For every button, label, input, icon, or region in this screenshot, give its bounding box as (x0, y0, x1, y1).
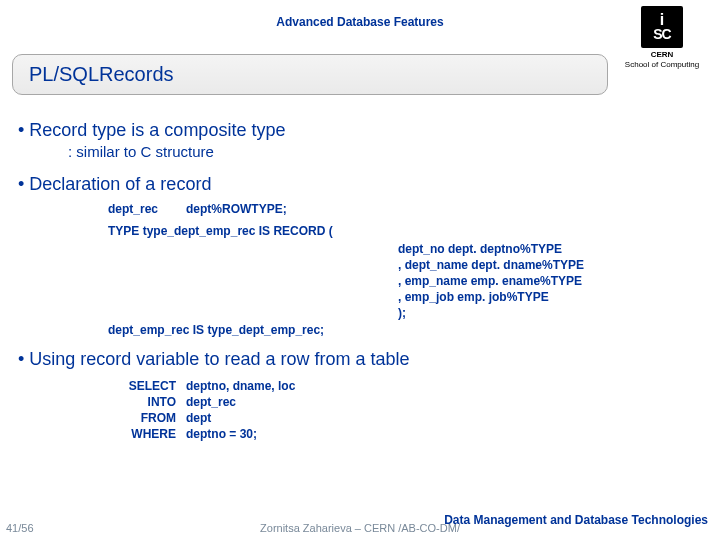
code-sql: SELECTdeptno, dname, loc INTOdept_rec FR… (108, 378, 702, 442)
field-2: , dept_name dept. dname%TYPE (398, 257, 702, 273)
sql-select: SELECTdeptno, dname, loc (108, 378, 702, 394)
sql-where: WHEREdeptno = 30; (108, 426, 702, 442)
page-number: 41/56 (6, 522, 34, 534)
logo-sc: SC (653, 27, 670, 41)
code-typedef: TYPE type_dept_emp_rec IS RECORD ( (108, 223, 702, 239)
field-4: , emp_job emp. job%TYPE (398, 289, 702, 305)
code-type: dept%ROWTYPE; (186, 201, 287, 217)
sql-into: INTOdept_rec (108, 394, 702, 410)
code-fields: dept_no dept. deptno%TYPE , dept_name de… (398, 241, 702, 321)
cern-logo: i SC CERN School of Computing (618, 6, 706, 70)
bullet-1-sub: : similar to C structure (68, 143, 702, 160)
header: Advanced Database Features i SC CERN Sch… (0, 0, 720, 110)
footer-topic: Data Management and Database Technologie… (444, 513, 708, 528)
bullet-1: • Record type is a composite type (18, 120, 702, 141)
slide-title: PL/SQLRecords (12, 54, 608, 95)
field-close: ); (398, 305, 702, 321)
section-label: Advanced Database Features (276, 15, 443, 29)
logo-brand1: CERN (618, 50, 706, 60)
sql-from: FROMdept (108, 410, 702, 426)
code-var: dept_rec (108, 201, 158, 217)
code-typed-var: dept_emp_rec IS type_dept_emp_rec; (108, 323, 702, 337)
field-1: dept_no dept. deptno%TYPE (398, 241, 702, 257)
slide-body: • Record type is a composite type : simi… (18, 120, 702, 442)
bullet-2: • Declaration of a record (18, 174, 702, 195)
field-3: , emp_name emp. ename%TYPE (398, 273, 702, 289)
logo-icon: i SC (641, 6, 683, 48)
logo-brand2: School of Computing (618, 60, 706, 70)
code-rowtype: dept_rec dept%ROWTYPE; (108, 201, 702, 217)
footer-author: Zornitsa Zaharieva – CERN /AB-CO-DM/ (260, 522, 460, 534)
bullet-3: • Using record variable to read a row fr… (18, 349, 702, 370)
logo-i: i (660, 13, 664, 27)
